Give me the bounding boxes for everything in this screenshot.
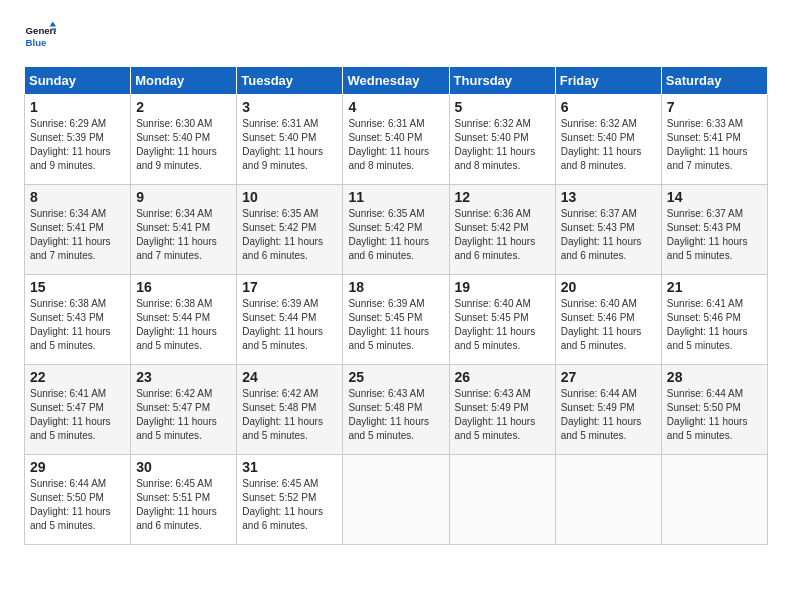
day-number: 3 bbox=[242, 99, 337, 115]
calendar-cell: 27Sunrise: 6:44 AMSunset: 5:49 PMDayligh… bbox=[555, 365, 661, 455]
calendar-cell bbox=[449, 455, 555, 545]
cell-content: Sunrise: 6:34 AMSunset: 5:41 PMDaylight:… bbox=[30, 207, 125, 263]
cell-content: Sunrise: 6:29 AMSunset: 5:39 PMDaylight:… bbox=[30, 117, 125, 173]
calendar-cell: 24Sunrise: 6:42 AMSunset: 5:48 PMDayligh… bbox=[237, 365, 343, 455]
calendar-week-row: 29Sunrise: 6:44 AMSunset: 5:50 PMDayligh… bbox=[25, 455, 768, 545]
day-number: 5 bbox=[455, 99, 550, 115]
cell-content: Sunrise: 6:30 AMSunset: 5:40 PMDaylight:… bbox=[136, 117, 231, 173]
day-number: 27 bbox=[561, 369, 656, 385]
cell-content: Sunrise: 6:39 AMSunset: 5:44 PMDaylight:… bbox=[242, 297, 337, 353]
day-number: 11 bbox=[348, 189, 443, 205]
day-number: 23 bbox=[136, 369, 231, 385]
cell-content: Sunrise: 6:44 AMSunset: 5:49 PMDaylight:… bbox=[561, 387, 656, 443]
calendar-cell bbox=[555, 455, 661, 545]
day-number: 7 bbox=[667, 99, 762, 115]
day-number: 29 bbox=[30, 459, 125, 475]
cell-content: Sunrise: 6:42 AMSunset: 5:48 PMDaylight:… bbox=[242, 387, 337, 443]
calendar-cell: 5Sunrise: 6:32 AMSunset: 5:40 PMDaylight… bbox=[449, 95, 555, 185]
calendar-cell: 19Sunrise: 6:40 AMSunset: 5:45 PMDayligh… bbox=[449, 275, 555, 365]
calendar-week-row: 1Sunrise: 6:29 AMSunset: 5:39 PMDaylight… bbox=[25, 95, 768, 185]
day-number: 18 bbox=[348, 279, 443, 295]
day-number: 17 bbox=[242, 279, 337, 295]
header-saturday: Saturday bbox=[661, 67, 767, 95]
calendar-cell: 1Sunrise: 6:29 AMSunset: 5:39 PMDaylight… bbox=[25, 95, 131, 185]
calendar-cell: 9Sunrise: 6:34 AMSunset: 5:41 PMDaylight… bbox=[131, 185, 237, 275]
cell-content: Sunrise: 6:40 AMSunset: 5:46 PMDaylight:… bbox=[561, 297, 656, 353]
top-bar: General Blue bbox=[24, 20, 768, 56]
cell-content: Sunrise: 6:33 AMSunset: 5:41 PMDaylight:… bbox=[667, 117, 762, 173]
calendar-cell: 3Sunrise: 6:31 AMSunset: 5:40 PMDaylight… bbox=[237, 95, 343, 185]
cell-content: Sunrise: 6:32 AMSunset: 5:40 PMDaylight:… bbox=[455, 117, 550, 173]
cell-content: Sunrise: 6:37 AMSunset: 5:43 PMDaylight:… bbox=[667, 207, 762, 263]
cell-content: Sunrise: 6:37 AMSunset: 5:43 PMDaylight:… bbox=[561, 207, 656, 263]
calendar-cell: 26Sunrise: 6:43 AMSunset: 5:49 PMDayligh… bbox=[449, 365, 555, 455]
cell-content: Sunrise: 6:41 AMSunset: 5:46 PMDaylight:… bbox=[667, 297, 762, 353]
cell-content: Sunrise: 6:35 AMSunset: 5:42 PMDaylight:… bbox=[242, 207, 337, 263]
day-number: 13 bbox=[561, 189, 656, 205]
calendar-cell: 18Sunrise: 6:39 AMSunset: 5:45 PMDayligh… bbox=[343, 275, 449, 365]
cell-content: Sunrise: 6:45 AMSunset: 5:52 PMDaylight:… bbox=[242, 477, 337, 533]
svg-text:Blue: Blue bbox=[26, 37, 47, 48]
calendar-cell: 13Sunrise: 6:37 AMSunset: 5:43 PMDayligh… bbox=[555, 185, 661, 275]
logo: General Blue bbox=[24, 20, 60, 52]
calendar-body: 1Sunrise: 6:29 AMSunset: 5:39 PMDaylight… bbox=[25, 95, 768, 545]
day-number: 25 bbox=[348, 369, 443, 385]
cell-content: Sunrise: 6:31 AMSunset: 5:40 PMDaylight:… bbox=[348, 117, 443, 173]
logo-icon: General Blue bbox=[24, 20, 56, 52]
calendar-cell: 12Sunrise: 6:36 AMSunset: 5:42 PMDayligh… bbox=[449, 185, 555, 275]
calendar-week-row: 22Sunrise: 6:41 AMSunset: 5:47 PMDayligh… bbox=[25, 365, 768, 455]
day-number: 24 bbox=[242, 369, 337, 385]
cell-content: Sunrise: 6:31 AMSunset: 5:40 PMDaylight:… bbox=[242, 117, 337, 173]
calendar-cell: 30Sunrise: 6:45 AMSunset: 5:51 PMDayligh… bbox=[131, 455, 237, 545]
day-number: 21 bbox=[667, 279, 762, 295]
header-thursday: Thursday bbox=[449, 67, 555, 95]
day-number: 28 bbox=[667, 369, 762, 385]
calendar-cell: 4Sunrise: 6:31 AMSunset: 5:40 PMDaylight… bbox=[343, 95, 449, 185]
day-number: 20 bbox=[561, 279, 656, 295]
day-number: 12 bbox=[455, 189, 550, 205]
svg-text:General: General bbox=[26, 25, 56, 36]
calendar-cell: 23Sunrise: 6:42 AMSunset: 5:47 PMDayligh… bbox=[131, 365, 237, 455]
day-number: 31 bbox=[242, 459, 337, 475]
calendar-cell: 10Sunrise: 6:35 AMSunset: 5:42 PMDayligh… bbox=[237, 185, 343, 275]
header-sunday: Sunday bbox=[25, 67, 131, 95]
cell-content: Sunrise: 6:40 AMSunset: 5:45 PMDaylight:… bbox=[455, 297, 550, 353]
cell-content: Sunrise: 6:45 AMSunset: 5:51 PMDaylight:… bbox=[136, 477, 231, 533]
cell-content: Sunrise: 6:39 AMSunset: 5:45 PMDaylight:… bbox=[348, 297, 443, 353]
cell-content: Sunrise: 6:41 AMSunset: 5:47 PMDaylight:… bbox=[30, 387, 125, 443]
cell-content: Sunrise: 6:35 AMSunset: 5:42 PMDaylight:… bbox=[348, 207, 443, 263]
day-number: 14 bbox=[667, 189, 762, 205]
header-friday: Friday bbox=[555, 67, 661, 95]
calendar-cell: 31Sunrise: 6:45 AMSunset: 5:52 PMDayligh… bbox=[237, 455, 343, 545]
day-number: 15 bbox=[30, 279, 125, 295]
header-tuesday: Tuesday bbox=[237, 67, 343, 95]
calendar-cell: 17Sunrise: 6:39 AMSunset: 5:44 PMDayligh… bbox=[237, 275, 343, 365]
calendar-cell: 16Sunrise: 6:38 AMSunset: 5:44 PMDayligh… bbox=[131, 275, 237, 365]
day-number: 6 bbox=[561, 99, 656, 115]
cell-content: Sunrise: 6:34 AMSunset: 5:41 PMDaylight:… bbox=[136, 207, 231, 263]
calendar-cell: 22Sunrise: 6:41 AMSunset: 5:47 PMDayligh… bbox=[25, 365, 131, 455]
cell-content: Sunrise: 6:44 AMSunset: 5:50 PMDaylight:… bbox=[30, 477, 125, 533]
day-number: 9 bbox=[136, 189, 231, 205]
calendar-cell: 21Sunrise: 6:41 AMSunset: 5:46 PMDayligh… bbox=[661, 275, 767, 365]
header-monday: Monday bbox=[131, 67, 237, 95]
day-number: 1 bbox=[30, 99, 125, 115]
calendar-cell bbox=[661, 455, 767, 545]
day-number: 16 bbox=[136, 279, 231, 295]
calendar-week-row: 8Sunrise: 6:34 AMSunset: 5:41 PMDaylight… bbox=[25, 185, 768, 275]
cell-content: Sunrise: 6:43 AMSunset: 5:48 PMDaylight:… bbox=[348, 387, 443, 443]
cell-content: Sunrise: 6:42 AMSunset: 5:47 PMDaylight:… bbox=[136, 387, 231, 443]
calendar-cell: 8Sunrise: 6:34 AMSunset: 5:41 PMDaylight… bbox=[25, 185, 131, 275]
calendar-cell: 20Sunrise: 6:40 AMSunset: 5:46 PMDayligh… bbox=[555, 275, 661, 365]
day-number: 26 bbox=[455, 369, 550, 385]
day-number: 30 bbox=[136, 459, 231, 475]
header-wednesday: Wednesday bbox=[343, 67, 449, 95]
cell-content: Sunrise: 6:43 AMSunset: 5:49 PMDaylight:… bbox=[455, 387, 550, 443]
cell-content: Sunrise: 6:32 AMSunset: 5:40 PMDaylight:… bbox=[561, 117, 656, 173]
day-number: 2 bbox=[136, 99, 231, 115]
day-number: 22 bbox=[30, 369, 125, 385]
calendar-cell: 2Sunrise: 6:30 AMSunset: 5:40 PMDaylight… bbox=[131, 95, 237, 185]
day-number: 10 bbox=[242, 189, 337, 205]
day-number: 19 bbox=[455, 279, 550, 295]
calendar-cell: 15Sunrise: 6:38 AMSunset: 5:43 PMDayligh… bbox=[25, 275, 131, 365]
